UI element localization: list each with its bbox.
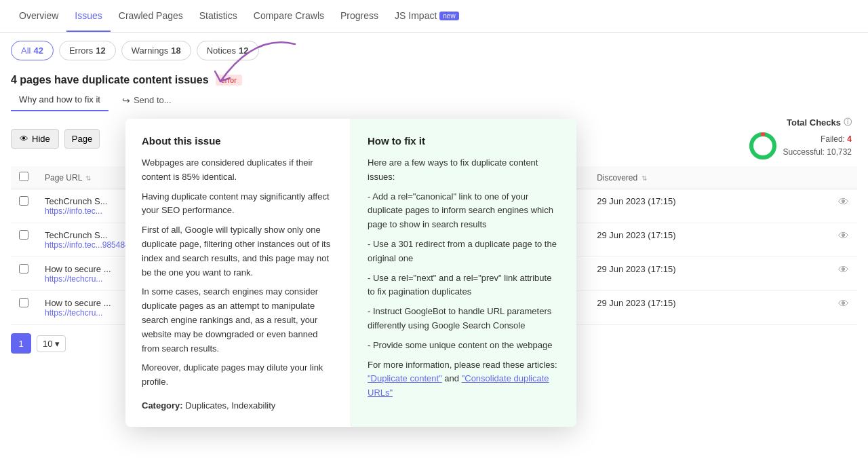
popup-category: Category: Duplicates, Indexability xyxy=(142,400,334,411)
duplicate-content-link[interactable]: "Duplicate content" xyxy=(368,373,442,383)
fix-text: Here are a few ways to fix duplicate con… xyxy=(368,156,560,400)
popup-fix-panel: How to fix it Here are a few ways to fix… xyxy=(351,119,576,427)
popup-overlay[interactable]: About this issue Webpages are considered… xyxy=(0,0,868,473)
about-title: About this issue xyxy=(142,135,334,147)
fix-popup: About this issue Webpages are considered… xyxy=(125,119,576,427)
popup-about-panel: About this issue Webpages are considered… xyxy=(125,119,351,427)
fix-title: How to fix it xyxy=(368,135,560,147)
about-text: Webpages are considered duplicates if th… xyxy=(142,156,334,390)
